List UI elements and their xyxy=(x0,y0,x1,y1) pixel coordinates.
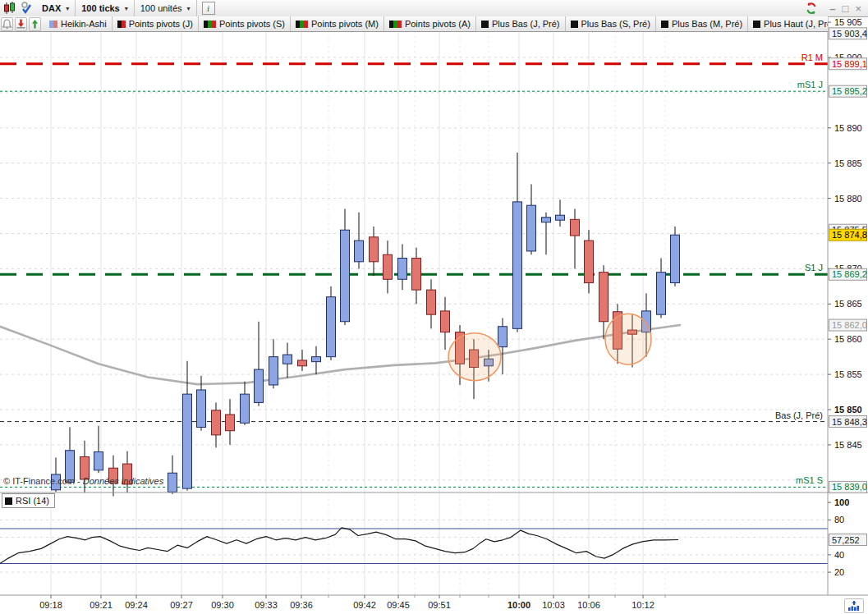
tick-interval-label: 100 ticks xyxy=(81,3,119,13)
time-tick-label: 09:42 xyxy=(353,600,376,610)
indicator-button[interactable]: Heikin-Ashi xyxy=(44,16,113,31)
price-tick-label: 15 905 xyxy=(834,17,862,27)
price-tick-label: 15 845 xyxy=(834,440,862,450)
candle-body xyxy=(599,273,609,322)
current-price-label-text: 15 874,8 xyxy=(832,230,867,240)
time-tick-label: 10:06 xyxy=(577,600,600,610)
indicator-button[interactable]: Plus Bas (M, Pré) xyxy=(656,16,748,31)
chart-canvas: R1 MmS1 JS1 JBas (J, Pré)mS1 S15 90515 9… xyxy=(0,0,868,614)
candle-body xyxy=(571,219,580,236)
candle-body xyxy=(542,218,551,222)
candle-body xyxy=(556,215,565,220)
level-value-label-text: 15 848,3 xyxy=(832,417,867,427)
candle-body xyxy=(513,202,522,328)
time-tick-label: 09:45 xyxy=(387,600,410,610)
indicator-button-label: Points pivots (M) xyxy=(311,19,379,29)
rsi-legend-button[interactable]: RSI (14) xyxy=(2,493,55,508)
level-value-label-text: 15 839,0 xyxy=(832,482,867,492)
indicator-button[interactable]: Points pivots (J) xyxy=(113,16,199,31)
time-tick-label: 09:24 xyxy=(125,600,148,610)
rsi-tick-label: 40 xyxy=(834,550,844,560)
indicator-button-label: Points pivots (J) xyxy=(129,19,193,29)
candle-body xyxy=(168,473,177,492)
indicator-button[interactable]: Plus Bas (S, Pré) xyxy=(566,16,656,31)
close-button[interactable]: × xyxy=(855,3,861,14)
indicator-swatch-icon xyxy=(117,21,126,28)
units-label: 100 unités xyxy=(140,3,182,13)
level-label: mS1 S xyxy=(796,475,823,485)
indicator-check-icon[interactable] xyxy=(20,2,33,15)
candle-body xyxy=(341,230,350,322)
price-tick-label: 15 850 xyxy=(834,405,862,415)
alarm-bell-button[interactable] xyxy=(1,17,13,31)
instrument-selector[interactable]: DAX ▾ xyxy=(36,0,76,16)
indicator-button[interactable]: Points pivots (S) xyxy=(199,16,291,31)
indicator-button[interactable]: Points pivots (M) xyxy=(291,16,384,31)
level-value-label: 15 895,2 xyxy=(829,85,867,97)
time-tick-label: 10:12 xyxy=(631,600,654,610)
candle-body xyxy=(312,357,321,362)
price-tick-label: 15 880 xyxy=(834,194,862,204)
indicator-button[interactable]: Plus Bas (J, Pré) xyxy=(476,16,566,31)
indicator-swatch-icon xyxy=(389,21,402,28)
rsi-tick-label: 80 xyxy=(834,515,844,525)
units-selector[interactable]: 100 unités ▾ xyxy=(135,0,197,16)
candle-body xyxy=(383,254,393,279)
candle-body xyxy=(327,297,336,357)
info-button[interactable]: i xyxy=(202,2,215,15)
candle-body xyxy=(94,451,103,470)
level-value-label: 15 869,2 xyxy=(829,268,867,280)
candle-body xyxy=(269,357,278,385)
price-tick-label: 15 865 xyxy=(834,299,862,309)
highlight-circle xyxy=(448,333,501,381)
candle-body xyxy=(283,355,292,364)
time-tick-label: 09:33 xyxy=(255,600,278,610)
rsi-value-label-text: 57,252 xyxy=(832,535,860,545)
candle xyxy=(327,286,336,360)
maximize-button[interactable]: □ xyxy=(843,3,849,14)
candle-body xyxy=(427,290,436,314)
rsi-tick-label: 20 xyxy=(834,567,844,577)
sell-arrow-button[interactable] xyxy=(15,17,27,31)
buy-arrow-button[interactable] xyxy=(29,17,41,31)
indicator-swatch-icon xyxy=(204,21,216,28)
level-value-label-text: 15 869,2 xyxy=(832,269,867,279)
refresh-icon[interactable] xyxy=(805,2,818,15)
candlestick-style-icon[interactable] xyxy=(3,2,16,15)
indicator-swatch-icon xyxy=(481,21,489,28)
indicator-button-label: Plus Bas (S, Pré) xyxy=(581,19,650,29)
time-tick-label: 10:03 xyxy=(542,600,565,610)
level-label: Bas (J, Pré) xyxy=(775,410,823,420)
window-controls: – □ × xyxy=(823,3,868,14)
main-toolbar: DAX ▾ 100 ticks ▾ 100 unités ▾ i – □ × xyxy=(0,0,868,17)
price-tick-label: 15 885 xyxy=(834,158,862,168)
indicator-button-label: Points pivots (A) xyxy=(405,19,471,29)
volume-chart-icon[interactable] xyxy=(844,598,864,613)
indicator-button-label: Plus Bas (J, Pré) xyxy=(492,19,560,29)
indicator-button-label: Plus Haut (J, Pré) xyxy=(764,19,828,29)
indicator-button-label: Heikin-Ashi xyxy=(61,19,107,29)
info-icon: i xyxy=(207,3,209,13)
indicator-button[interactable]: Plus Haut (J, Pré) xyxy=(748,16,828,31)
trading-window: R1 MmS1 JS1 JBas (J, Pré)mS1 S15 90515 9… xyxy=(0,0,868,614)
level-label: mS1 J xyxy=(797,80,823,89)
time-tick-label: 09:36 xyxy=(290,600,313,610)
candle-body xyxy=(657,273,666,314)
level-value-label: 15 862,0 xyxy=(829,319,867,331)
indicator-button[interactable]: Points pivots (A) xyxy=(384,16,476,31)
indicator-swatch-icon xyxy=(49,21,57,28)
indicator-swatch-icon xyxy=(661,21,668,28)
indicator-button-list: Heikin-AshiPoints pivots (J)Points pivot… xyxy=(44,16,828,31)
current-price-label: 15 874,8 xyxy=(829,229,867,241)
level-value-label-text: 15 862,0 xyxy=(832,320,867,330)
level-value-label: 15 899,1 xyxy=(829,58,867,70)
candle-body xyxy=(370,237,379,262)
candle-body xyxy=(412,259,421,291)
tick-interval-selector[interactable]: 100 ticks ▾ xyxy=(76,0,135,16)
candle-body xyxy=(527,205,536,251)
highlight-circle xyxy=(605,314,651,364)
level-value-label: 15 839,0 xyxy=(829,481,867,493)
time-tick-label: 09:27 xyxy=(170,600,193,610)
price-tick-label: 15 860 xyxy=(834,334,862,344)
minimize-button[interactable]: – xyxy=(829,3,835,14)
